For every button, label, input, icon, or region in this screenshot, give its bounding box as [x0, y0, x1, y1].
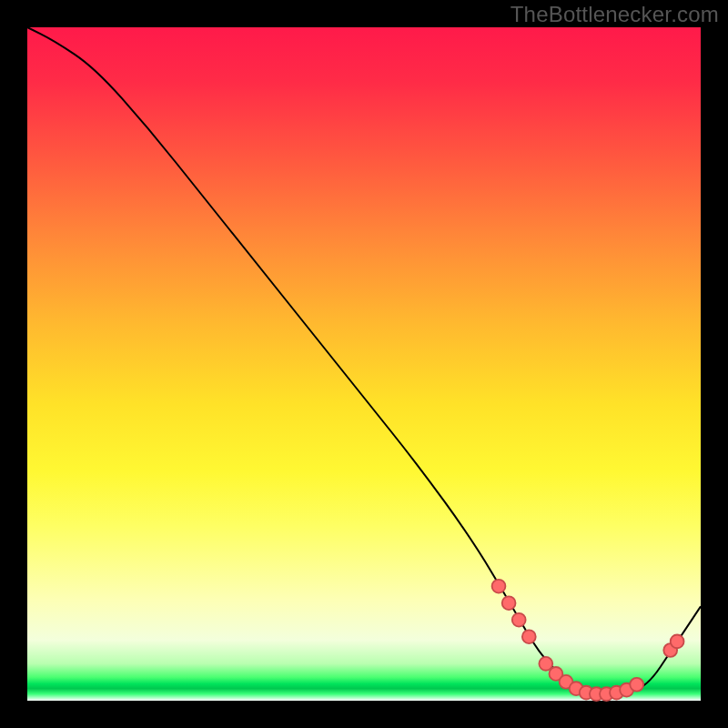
chart-frame: TheBottlenecker.com — [0, 0, 728, 728]
curve-marker — [522, 630, 536, 643]
curve-marker — [671, 634, 684, 648]
plot-area — [27, 27, 701, 701]
curve-marker — [630, 678, 643, 692]
curve-marker — [539, 657, 552, 671]
curve-marker — [502, 596, 516, 610]
chart-svg — [27, 27, 701, 701]
curve-markers — [492, 580, 684, 701]
curve-marker — [512, 613, 526, 627]
curve-marker — [492, 580, 506, 593]
bottleneck-curve — [27, 27, 701, 694]
attribution-label: TheBottlenecker.com — [511, 2, 719, 27]
